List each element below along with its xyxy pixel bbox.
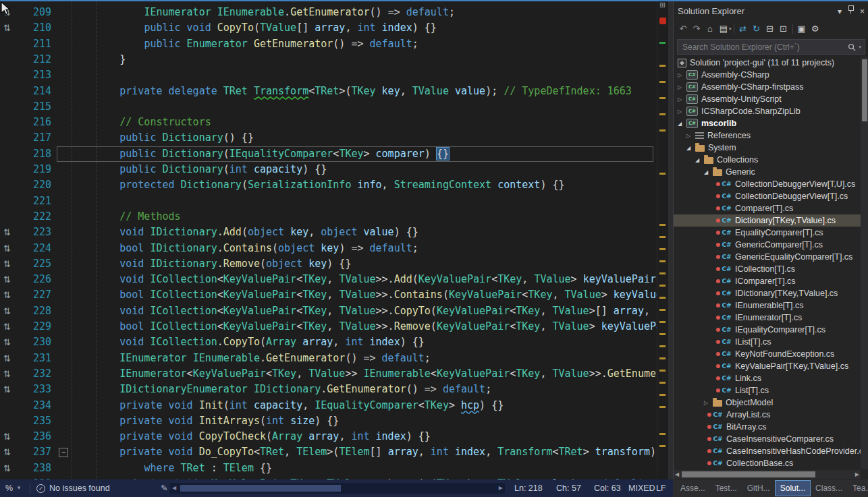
inheritance-indicator-icon[interactable]: ⇅ [3,461,11,476]
scroll-left-icon[interactable]: ◀ [675,471,679,477]
indentation-mode-indicator[interactable]: MIXED [628,479,655,497]
scroll-right-icon[interactable]: ▶ [499,486,503,491]
line-number[interactable]: 221 [18,194,51,209]
collapsed-chevron-icon[interactable]: ▷ [678,109,686,115]
tree-item[interactable]: ◢C#mscorlib [674,117,861,129]
tree-vertical-scrollbar[interactable] [861,57,868,469]
code-line[interactable]: 219 public Dictionary(int capacity) {} [0,162,657,178]
code-line[interactable]: 220 protected Dictionary(SerializationIn… [0,177,657,194]
window-position-icon[interactable]: ▾ [838,7,842,16]
scrollbar-thumb[interactable] [862,59,867,121]
expanded-chevron-icon[interactable]: ◢ [686,145,695,151]
switch-views-icon[interactable]: ▤ [717,22,730,36]
expanded-chevron-icon[interactable]: ◢ [695,157,704,163]
tree-item[interactable]: C#Comparer[T].cs [674,202,861,214]
tree-item[interactable]: C#IEnumerator[T].cs [674,312,861,324]
search-box[interactable]: ▾ [677,39,865,55]
line-number[interactable]: 211 [18,36,51,52]
code-line[interactable]: 213 [0,67,657,84]
code-line[interactable]: ⇅226 void ICollection<KeyValuePair<TKey,… [0,272,657,288]
fold-collapse-icon[interactable]: − [59,448,68,457]
expanded-chevron-icon[interactable]: ◢ [704,169,713,175]
code-editor[interactable]: ⇅209 IEnumerator IEnumerable.GetEnumerat… [0,0,657,479]
code-line[interactable]: ⇅210 public void CopyTo(TValue[] array, … [0,20,657,36]
code-line[interactable]: ⇅228 void ICollection<KeyValuePair<TKey,… [0,303,657,320]
home-icon[interactable]: ⌂ [703,22,717,36]
scroll-left-icon[interactable]: ◀ [172,486,176,491]
search-input[interactable] [681,42,848,53]
line-number[interactable]: 228 [18,303,51,319]
tree-item[interactable]: ◢Generic [674,166,861,178]
line-number[interactable]: 219 [18,162,51,177]
tree-item[interactable]: C#GenericEqualityComparer[T].cs [674,251,861,263]
code-line[interactable]: 214 private delegate TRet Transform<TRet… [0,84,657,100]
tree-item[interactable]: C#IEnumerable[T].cs [674,299,861,312]
collapsed-chevron-icon[interactable]: ▷ [678,84,686,90]
inheritance-indicator-icon[interactable]: ⇅ [3,429,11,444]
code-line[interactable]: 221 [0,194,657,210]
navigate-forward-icon[interactable]: ↷ [690,22,703,36]
line-number[interactable]: 223 [18,225,51,240]
inheritance-indicator-icon[interactable]: ⇅ [3,303,11,319]
scroll-right-icon[interactable]: ▶ [855,471,859,477]
editor-scrollbar[interactable]: ⊞ [657,0,669,479]
tree-item[interactable]: C#Dictionary[TKey,TValue].cs [674,214,861,227]
code-line[interactable]: 211 public Enumerator GetEnumerator() =>… [0,36,657,53]
tree-item[interactable]: C#CaseInsensitiveHashCodeProvider.cs [674,445,861,457]
zoom-control[interactable]: % [5,479,13,497]
inheritance-indicator-icon[interactable]: ⇅ [3,351,11,366]
refresh-icon[interactable]: ↻ [750,22,763,36]
inheritance-indicator-icon[interactable]: ⇅ [3,366,11,382]
split-editor-icon[interactable]: ⊞ [659,1,666,9]
tree-item[interactable]: C#ArrayList.cs [674,409,861,421]
line-number[interactable]: 229 [18,319,51,334]
code-line[interactable]: ⇅236 private void CopyToCheck(Array arra… [0,429,657,445]
code-line[interactable]: ⇅231 IEnumerator IEnumerable.GetEnumerat… [0,351,657,367]
tree-item[interactable]: ▷C#ICSharpCode.SharpZipLib [674,105,861,117]
line-number[interactable]: 210 [18,20,51,36]
tree-item[interactable]: C#IList[T].cs [674,336,861,348]
tree-item[interactable]: ▷References [674,129,861,142]
tree-item[interactable]: ▷C#Assembly-CSharp-firstpass [674,81,861,93]
tool-window-tab[interactable]: Asse... [676,481,710,496]
line-number[interactable]: 233 [18,382,51,397]
tree-item[interactable]: C#EqualityComparer[T].cs [674,227,861,239]
tree-item[interactable]: C#KeyNotFoundException.cs [674,348,861,360]
tree-item[interactable]: C#CaseInsensitiveComparer.cs [674,433,861,445]
line-ending-indicator[interactable]: LF [656,479,666,497]
code-line[interactable]: 216 // Constructors [0,115,657,131]
line-number[interactable]: 217 [18,130,51,146]
tree-horizontal-scrollbar[interactable]: ◀ ▶ [674,470,861,479]
code-line[interactable]: ⇅230 void ICollection.CopyTo(Array array… [0,334,657,351]
line-number[interactable]: 234 [18,398,51,413]
code-line[interactable]: 217 public Dictionary() {} [0,130,657,146]
line-number[interactable]: 218 [18,146,51,162]
line-number[interactable]: 215 [18,99,51,115]
line-number[interactable]: 220 [18,177,51,193]
code-line[interactable]: ⇅209 IEnumerator IEnumerable.GetEnumerat… [0,5,657,21]
code-line[interactable]: 215 [0,99,657,115]
collapsed-chevron-icon[interactable]: ▷ [678,72,686,78]
code-line[interactable]: ⇅233 IDictionaryEnumerator IDictionary.G… [0,382,657,398]
tree-item[interactable]: ◢System [674,142,861,154]
line-number[interactable]: 214 [18,84,51,99]
line-number[interactable]: 227 [18,287,51,303]
scrollbar-thumb[interactable] [682,471,815,477]
line-number[interactable]: 212 [18,52,51,67]
code-health-icon[interactable]: ✓ [36,484,45,493]
tree-item[interactable]: ◢Collections [674,154,861,166]
tree-item[interactable]: C#Link.cs [674,372,861,384]
collapsed-chevron-icon[interactable]: ▷ [686,133,695,139]
inheritance-indicator-icon[interactable]: ⇅ [3,287,11,303]
tree-item[interactable]: Solution 'project-gui' (11 of 11 project… [674,57,861,69]
tree-item[interactable]: C#ICollection[T].cs [674,263,861,275]
code-line[interactable]: ⇅229 bool ICollection<KeyValuePair<TKey,… [0,319,657,335]
issues-status[interactable]: No issues found [49,479,110,497]
tree-item[interactable]: ▷C#Assembly-UnityScript [674,93,861,105]
search-options-caret-icon[interactable]: ▾ [859,45,861,50]
navigate-back-icon[interactable]: ↶ [676,22,690,36]
tree-item[interactable]: C#IDictionary[TKey,TValue].cs [674,287,861,299]
tree-item[interactable]: C#KeyValuePair[TKey,TValue].cs [674,360,861,372]
sync-with-active-document-icon[interactable]: ⇄ [736,22,750,36]
code-line[interactable]: ⇅227 bool ICollection<KeyValuePair<TKey,… [0,287,657,303]
